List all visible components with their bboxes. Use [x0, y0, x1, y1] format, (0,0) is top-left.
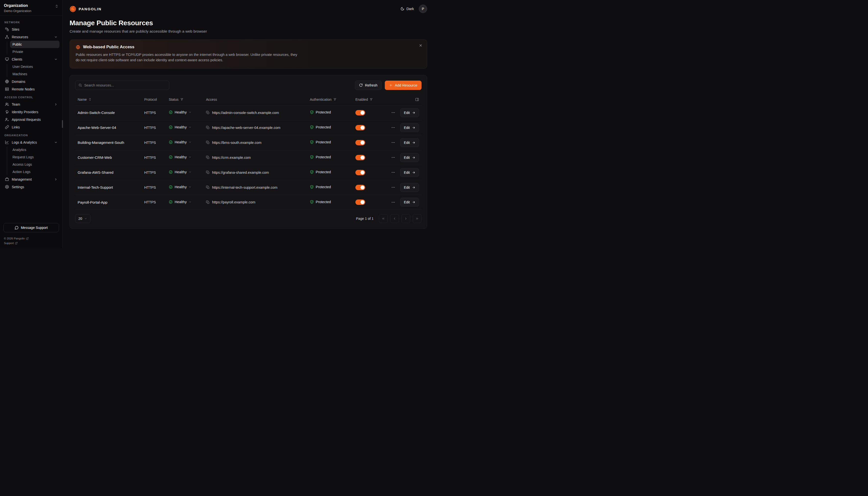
filter-icon[interactable] [333, 98, 337, 101]
sidebar-item-clients[interactable]: Clients [3, 56, 60, 63]
resources-card: Refresh Add Resource Name Protocol [69, 75, 427, 229]
enabled-toggle[interactable] [355, 140, 365, 145]
copy-icon[interactable] [206, 156, 210, 159]
last-page-button[interactable] [413, 214, 421, 223]
chevron-down-icon [84, 217, 87, 220]
status-dropdown[interactable]: Healthy [169, 125, 192, 129]
sidebar-resize-handle[interactable] [62, 120, 63, 128]
user-avatar[interactable]: P [419, 5, 427, 13]
edit-button[interactable]: Edit [400, 168, 419, 177]
resource-name: Building-Management-South [78, 140, 144, 144]
copy-icon[interactable] [206, 126, 210, 129]
enabled-toggle[interactable] [355, 155, 365, 160]
status-dropdown[interactable]: Healthy [169, 185, 192, 189]
sidebar-item-private[interactable]: Private [10, 48, 60, 56]
column-header-name[interactable]: Name [78, 97, 144, 102]
copy-icon[interactable] [206, 141, 210, 144]
status-dropdown[interactable]: Healthy [169, 200, 192, 204]
sidebar-item-team[interactable]: Team [3, 100, 60, 108]
edit-button[interactable]: Edit [400, 183, 419, 192]
refresh-button[interactable]: Refresh [355, 81, 382, 90]
edit-button[interactable]: Edit [400, 123, 419, 132]
refresh-icon [359, 83, 363, 87]
status-dropdown[interactable]: Healthy [169, 170, 192, 174]
sidebar-item-logs-analytics[interactable]: Logs & Analytics [3, 138, 60, 146]
row-menu-button[interactable] [390, 169, 396, 175]
row-menu-button[interactable] [390, 184, 396, 190]
sidebar-item-access-logs[interactable]: Access Logs [10, 161, 60, 168]
sidebar-item-action-logs[interactable]: Action Logs [10, 168, 60, 175]
status-dropdown[interactable]: Healthy [169, 110, 192, 114]
row-menu-button[interactable] [390, 154, 396, 160]
copyright-link[interactable]: © 2026 Pangolin [4, 237, 59, 240]
copy-icon[interactable] [206, 111, 210, 114]
sidebar-item-remote-nodes[interactable]: Remote Nodes [3, 85, 60, 93]
sidebar-item-approval-requests[interactable]: Approval Requests [3, 116, 60, 123]
status-dropdown[interactable]: Healthy [169, 155, 192, 159]
enabled-toggle[interactable] [355, 125, 365, 130]
globe-icon [5, 79, 9, 83]
resource-url[interactable]: https://admin-console-switch.example.com [212, 111, 279, 115]
sidebar-item-analytics[interactable]: Analytics [10, 146, 60, 153]
column-header-status[interactable]: Status [169, 97, 206, 102]
resource-url[interactable]: https://bms-south.example.com [212, 141, 261, 144]
copy-icon[interactable] [206, 171, 210, 174]
edit-button[interactable]: Edit [400, 153, 419, 162]
sidebar-item-machines[interactable]: Machines [10, 70, 60, 78]
support-link[interactable]: Support [4, 242, 59, 245]
sidebar-item-sites[interactable]: Sites [3, 26, 60, 33]
columns-visibility-icon[interactable] [415, 97, 419, 102]
copy-icon[interactable] [206, 200, 210, 204]
prev-page-button[interactable] [390, 214, 399, 223]
copy-icon[interactable] [206, 186, 210, 189]
row-menu-button[interactable] [390, 199, 396, 205]
filter-icon[interactable] [370, 98, 373, 101]
sidebar-item-management[interactable]: Management [3, 175, 60, 183]
page-size-select[interactable]: 20 [75, 214, 91, 223]
sidebar-item-label: Remote Nodes [12, 87, 34, 91]
search-input[interactable] [84, 83, 166, 87]
sidebar-item-domains[interactable]: Domains [3, 78, 60, 85]
sidebar-item-request-logs[interactable]: Request Logs [10, 153, 60, 161]
resource-url[interactable]: https://internal-tech-support.example.co… [212, 186, 277, 189]
resource-url[interactable]: https://payroll.example.com [212, 200, 255, 204]
theme-toggle-button[interactable]: Dark [400, 7, 414, 11]
column-header-authentication[interactable]: Authentication [310, 97, 355, 102]
row-menu-button[interactable] [390, 139, 396, 145]
row-menu-button[interactable] [390, 110, 396, 116]
column-header-enabled[interactable]: Enabled [355, 97, 383, 102]
resource-url[interactable]: https://crm.example.com [212, 156, 251, 159]
enabled-toggle[interactable] [355, 170, 365, 175]
resource-protocol: HTTPS [144, 200, 169, 204]
chat-bubble-icon [15, 226, 19, 230]
banner-close-button[interactable] [419, 44, 422, 47]
sidebar-item-public[interactable]: Public [10, 41, 60, 48]
edit-button[interactable]: Edit [400, 138, 419, 147]
resource-protocol: HTTPS [144, 171, 169, 174]
brand[interactable]: PANGOLIN [69, 6, 102, 12]
edit-button[interactable]: Edit [400, 108, 419, 117]
edit-button[interactable]: Edit [400, 198, 419, 206]
org-switcher-label: Organization [4, 3, 31, 8]
sidebar-item-identity-providers[interactable]: Identity Providers [3, 108, 60, 116]
row-menu-button[interactable] [390, 124, 396, 130]
sidebar-item-user-devices[interactable]: User Devices [10, 63, 60, 70]
filter-icon[interactable] [180, 98, 183, 101]
sidebar-item-resources[interactable]: Resources [3, 33, 60, 41]
message-support-button[interactable]: Message Support [3, 223, 59, 232]
org-switcher[interactable]: Organization Demo Organization [0, 0, 62, 16]
resource-url[interactable]: https://grafana-shared.example.com [212, 171, 269, 174]
enabled-toggle[interactable] [355, 185, 365, 190]
sidebar-item-settings[interactable]: Settings [3, 183, 60, 191]
next-page-button[interactable] [401, 214, 410, 223]
enabled-toggle[interactable] [355, 200, 365, 205]
first-page-button[interactable] [379, 214, 388, 223]
resource-url[interactable]: https://apache-web-server-04.example.com [212, 126, 280, 130]
chevron-down-icon [54, 141, 58, 144]
sort-icon[interactable] [89, 98, 92, 101]
status-dropdown[interactable]: Healthy [169, 140, 192, 144]
auth-label: Protected [316, 155, 331, 159]
enabled-toggle[interactable] [355, 110, 365, 115]
sidebar-item-links[interactable]: Links [3, 123, 60, 131]
add-resource-button[interactable]: Add Resource [385, 81, 421, 90]
